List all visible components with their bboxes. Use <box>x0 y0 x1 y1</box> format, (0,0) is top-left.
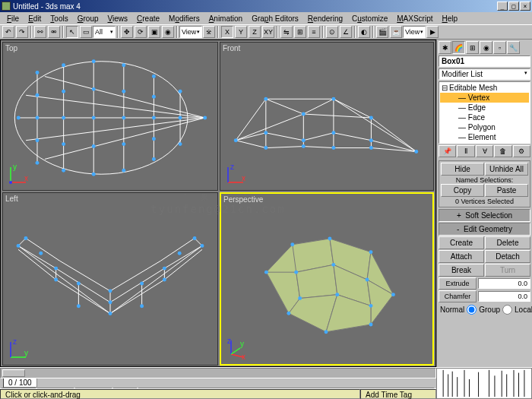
tab-display[interactable]: ▫ <box>493 41 506 54</box>
scale-button[interactable]: ▣ <box>148 26 160 38</box>
pin-stack-button[interactable]: 📌 <box>439 145 456 157</box>
material-button[interactable]: ◐ <box>358 26 370 38</box>
render-scene-button[interactable]: 🎬 <box>376 26 388 38</box>
stack-edge[interactable]: — Edge <box>440 103 529 112</box>
array-button[interactable]: ⊞ <box>294 26 306 38</box>
center-button[interactable]: ※ <box>203 26 215 38</box>
manip-button[interactable]: ◉ <box>162 26 174 38</box>
soft-selection-rollout[interactable]: + Soft Selection <box>439 209 530 222</box>
minimize-button[interactable]: _ <box>497 2 508 11</box>
tab-create[interactable]: ✱ <box>439 41 451 54</box>
menu-modifiers[interactable]: Modifiers <box>165 14 204 24</box>
svg-point-92 <box>140 281 144 285</box>
redo-button[interactable]: ↷ <box>16 26 28 38</box>
stack-editable-mesh[interactable]: ⊟Editable Mesh <box>440 83 529 93</box>
menu-views[interactable]: Views <box>104 14 132 24</box>
unhide-all-button[interactable]: Unhide All <box>485 163 528 176</box>
attach-button[interactable]: Attach <box>439 250 484 263</box>
delete-button[interactable]: Delete <box>485 236 530 249</box>
selection-filter[interactable]: All <box>93 26 116 38</box>
viewport-front[interactable]: Front xz <box>220 42 434 191</box>
svg-text:z: z <box>230 163 234 171</box>
normal-group-radio[interactable] <box>467 305 477 315</box>
stack-vertex[interactable]: — Vertex <box>440 93 529 103</box>
make-unique-button[interactable]: ∀ <box>476 145 493 157</box>
menu-group[interactable]: Group <box>74 14 103 24</box>
time-slider-thumb[interactable] <box>2 369 25 377</box>
render-button[interactable]: ▶ <box>426 26 439 38</box>
remove-mod-button[interactable]: 🗑 <box>494 145 511 157</box>
svg-text:x: x <box>242 353 245 360</box>
viewport-top[interactable]: Top xy <box>2 42 218 191</box>
modifier-list-dropdown[interactable]: Modifier List <box>439 68 530 80</box>
svg-point-91 <box>109 312 112 315</box>
chamfer-button[interactable]: Chamfer <box>439 290 477 302</box>
normal-local-radio[interactable] <box>502 305 512 315</box>
menu-customize[interactable]: Customize <box>348 14 391 24</box>
menu-edit[interactable]: Edit <box>24 14 45 24</box>
viewport-left[interactable]: Left yz <box>2 192 218 366</box>
extrude-button[interactable]: Extrude <box>439 277 477 290</box>
stack-polygon[interactable]: — Polygon <box>440 122 529 132</box>
create-button[interactable]: Create <box>439 236 484 249</box>
tab-motion[interactable]: ◉ <box>480 41 492 54</box>
configure-button[interactable]: ⚙ <box>513 145 530 157</box>
move-button[interactable]: ✥ <box>121 26 133 38</box>
menu-animation[interactable]: Animation <box>205 14 246 24</box>
snap-button[interactable]: ⊙ <box>326 26 338 38</box>
quick-render-button[interactable]: ☕ <box>390 26 402 38</box>
render-type[interactable]: View <box>403 26 426 38</box>
svg-point-23 <box>92 59 96 63</box>
turn-button[interactable]: Turn <box>485 264 530 277</box>
svg-point-20 <box>62 116 65 120</box>
menu-help[interactable]: Help <box>439 14 462 24</box>
time-tag[interactable]: Add Time Tag <box>360 389 436 399</box>
undo-button[interactable]: ↶ <box>2 26 14 38</box>
svg-point-29 <box>122 90 125 93</box>
ref-coord[interactable]: View <box>179 26 202 38</box>
unlink-button[interactable]: ⚮ <box>48 26 60 38</box>
mirror-button[interactable]: ⇋ <box>280 26 293 38</box>
menu-rendering[interactable]: Rendering <box>304 14 347 24</box>
stack-element[interactable]: — Element <box>440 132 529 142</box>
svg-point-16 <box>36 138 40 142</box>
show-result-button[interactable]: Ⅱ <box>457 145 474 157</box>
menu-file[interactable]: File <box>3 14 23 24</box>
svg-line-54 <box>334 99 416 151</box>
object-name-field[interactable]: Box01 <box>439 55 530 67</box>
modifier-stack[interactable]: ⊟Editable Mesh — Vertex — Edge — Face — … <box>439 81 530 144</box>
hide-button[interactable]: Hide <box>441 163 484 176</box>
angle-snap-button[interactable]: ∠ <box>340 26 352 38</box>
viewport-perspective[interactable]: Perspective xyz <box>220 192 434 366</box>
menu-create[interactable]: Create <box>133 14 163 24</box>
select-button[interactable]: ↖ <box>66 26 78 38</box>
copy-button[interactable]: Copy <box>441 184 484 197</box>
constraint-x[interactable]: X <box>221 26 233 38</box>
constraint-z[interactable]: Z <box>249 26 261 38</box>
time-slider[interactable] <box>0 368 436 378</box>
svg-point-39 <box>179 116 182 120</box>
close-button[interactable]: × <box>520 2 530 11</box>
tab-utilities[interactable]: 🔧 <box>507 41 520 54</box>
detach-button[interactable]: Detach <box>485 250 530 263</box>
stack-face[interactable]: — Face <box>440 112 529 122</box>
svg-point-124 <box>298 296 302 300</box>
menu-tools[interactable]: Tools <box>46 14 71 24</box>
rotate-button[interactable]: ⟳ <box>135 26 147 38</box>
tab-modify[interactable]: 🌈 <box>452 41 465 54</box>
link-button[interactable]: ⚯ <box>34 26 46 38</box>
svg-point-18 <box>62 63 65 67</box>
select-region-button[interactable]: ▭ <box>80 26 92 38</box>
break-button[interactable]: Break <box>439 264 484 277</box>
edit-geometry-rollout[interactable]: - Edit Geometry <box>439 223 530 236</box>
align-button[interactable]: ≡ <box>308 26 320 38</box>
chamfer-spinner[interactable]: 0.0 <box>478 291 530 302</box>
paste-button[interactable]: Paste <box>485 184 528 197</box>
menu-graph[interactable]: Graph Editors <box>248 14 302 24</box>
extrude-spinner[interactable]: 0.0 <box>478 278 530 289</box>
constraint-xy[interactable]: XY <box>262 26 274 38</box>
tab-hierarchy[interactable]: ⊞ <box>466 41 479 54</box>
constraint-y[interactable]: Y <box>235 26 247 38</box>
menu-maxscript[interactable]: MAXScript <box>393 14 436 24</box>
maximize-button[interactable]: □ <box>508 2 519 11</box>
